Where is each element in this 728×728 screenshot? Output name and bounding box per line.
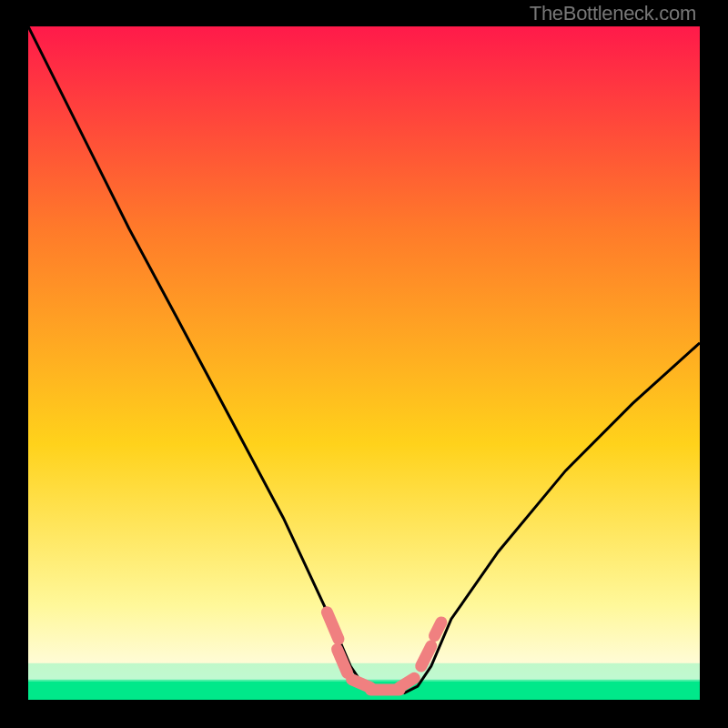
dash-segment <box>435 622 441 636</box>
attribution-text: TheBottleneck.com <box>530 2 696 25</box>
bottleneck-chart <box>28 26 700 700</box>
gradient-background <box>28 26 700 700</box>
dash-segment <box>399 678 414 687</box>
